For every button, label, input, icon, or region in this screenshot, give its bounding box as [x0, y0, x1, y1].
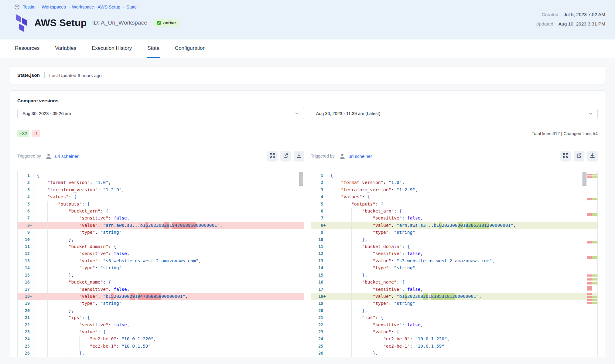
code-line: 19 "type": "string" [311, 300, 598, 307]
workspace-meta: Created: Jul 5, 2023 7:02 AM Updated: Au… [535, 12, 605, 31]
version-select-left-value: Aug 30, 2023 - 09:26 am [22, 111, 71, 116]
ruler-mark [587, 278, 597, 281]
line-number: 2 [18, 179, 33, 186]
line-number: 27 [18, 357, 33, 357]
tab-resources[interactable]: Resources [14, 45, 40, 58]
ruler-mark [587, 198, 597, 200]
code-line: 17 "sensitive": false, [311, 286, 598, 293]
breadcrumb-link-state[interactable]: State [126, 5, 137, 9]
open-external-button[interactable] [574, 151, 584, 162]
breadcrumb-link-workspaces[interactable]: Workspaces [42, 5, 66, 9]
line-number: 15 [311, 272, 327, 279]
tab-execution-history[interactable]: Execution History [91, 45, 132, 58]
line-number: 20 [18, 307, 33, 314]
code-line: 5 "outputs": { [18, 201, 304, 208]
line-number: 4 [311, 193, 327, 200]
expand-button[interactable] [560, 151, 571, 162]
download-icon [296, 153, 302, 159]
updated-value: Aug 10, 2023 3:31 PM [559, 21, 605, 26]
code-editor-left: 1{2 "format_version": "1.0",3 "terraform… [17, 171, 304, 357]
line-number: 6 [311, 208, 327, 215]
line-number: 2 [311, 179, 327, 186]
code-line: 19 "type": "string" [18, 300, 304, 307]
line-number: 22 [311, 321, 327, 328]
page-title: AWS Setup [34, 17, 87, 29]
line-number: 21 [18, 314, 33, 321]
line-number: 4 [18, 193, 33, 200]
code-line-del: 8- "value": "arn:aws:s3:::b1520230829194… [18, 222, 304, 229]
line-number: 12 [18, 250, 33, 257]
code-line: 12 "sensitive": false, [311, 250, 598, 257]
line-number: 19 [311, 300, 327, 307]
code-line: 23 "value": { [311, 328, 598, 335]
ruler-mark [587, 274, 597, 277]
diff-pane-left: Triggered byuri scheiner1{2 "format_vers… [17, 141, 304, 357]
scrollbar-thumb[interactable] [583, 172, 586, 186]
line-number: 23 [18, 328, 33, 335]
triggered-by-user-link[interactable]: uri scheiner [55, 154, 79, 159]
tab-configuration[interactable]: Configuration [174, 45, 206, 58]
line-number: 7 [311, 215, 327, 222]
diff-overview-ruler [587, 171, 597, 357]
code-line: 5 "outputs": { [311, 201, 598, 208]
external-link-icon [283, 153, 288, 159]
line-number: 18+ [311, 293, 327, 300]
line-totals: Total lines 612 | Changed lines 54 [532, 131, 598, 136]
code-line: 24 "ec2-be-0": "10.0.1.220", [18, 335, 304, 342]
code-line: 23 "value": { [18, 328, 304, 335]
user-avatar-icon [45, 153, 52, 159]
tab-bar: ResourcesVariablesExecution HistoryState… [0, 39, 615, 58]
code-line: 25 "ec2-be-1": "10.0.1.59" [18, 343, 304, 350]
expand-icon [563, 153, 568, 159]
code-line: 9 "type": "string" [311, 229, 598, 236]
line-number: 11 [18, 243, 33, 250]
download-button[interactable] [294, 151, 304, 162]
line-number: 26 [18, 350, 33, 357]
code-line: 26 }, [18, 350, 304, 357]
version-select-right[interactable]: Aug 30, 2023 - 11:39 am (Latest) [311, 108, 598, 119]
code-line: 22 "sensitive": false, [18, 321, 304, 328]
version-selects: Aug 30, 2023 - 09:26 am Aug 30, 2023 - 1… [17, 108, 598, 119]
ruler-mark [587, 296, 597, 298]
line-number: 7 [18, 215, 33, 222]
line-number: 26 [311, 350, 327, 357]
scrollbar-thumb[interactable] [299, 172, 303, 186]
version-select-left[interactable]: Aug 30, 2023 - 09:26 am [17, 108, 304, 119]
code-line: 27 "type": [ [18, 357, 304, 357]
download-button[interactable] [587, 151, 598, 162]
open-external-button[interactable] [280, 151, 291, 162]
line-number: 27 [311, 357, 327, 357]
line-number: 19 [18, 300, 33, 307]
code-line: 7 "sensitive": false, [311, 215, 598, 222]
version-select-right-value: Aug 30, 2023 - 11:39 am (Latest) [316, 111, 381, 116]
line-number: 24 [311, 335, 327, 342]
deletions-badge: -1 [32, 130, 40, 137]
code-line: 7 "sensitive": false, [18, 215, 304, 222]
line-number: 10 [311, 236, 327, 243]
tab-variables[interactable]: Variables [54, 45, 77, 58]
breadcrumb-separator: › [123, 5, 124, 9]
tab-state[interactable]: State [147, 45, 160, 58]
code-line: 15 }, [18, 272, 304, 279]
ruler-mark [587, 213, 597, 216]
code-line-add: 18+ "value": "b1620230830183853181200000… [311, 293, 598, 300]
external-link-icon [576, 153, 582, 159]
diff-count-badges: +32 -1 [17, 130, 40, 137]
triggered-by-user-link[interactable]: uri scheiner [349, 154, 372, 159]
code-line: 4 "values": { [311, 193, 598, 200]
code-line: 16 "bucket_name": { [311, 279, 598, 286]
ruler-mark [587, 241, 597, 243]
line-number: 17 [311, 286, 327, 293]
breadcrumb-link-workspace-aws-setup[interactable]: Workspace - AWS Setup [72, 5, 120, 9]
code-line: 2 "format_version": "1.0", [18, 179, 304, 186]
code-line: 20 }, [311, 307, 598, 314]
line-number: 13 [311, 257, 327, 264]
code-line: 3 "terraform_version": "1.2.9", [311, 186, 598, 193]
line-number: 13 [18, 257, 33, 264]
expand-button[interactable] [267, 151, 278, 162]
code-line: 12 "sensitive": false, [18, 250, 304, 257]
breadcrumb-link-testim[interactable]: Testim [23, 5, 36, 9]
divider [44, 72, 45, 78]
code-line: 6 "bucket_arn": { [311, 208, 598, 215]
diff-summary-row: +32 -1 Total lines 612 | Changed lines 5… [10, 126, 605, 141]
